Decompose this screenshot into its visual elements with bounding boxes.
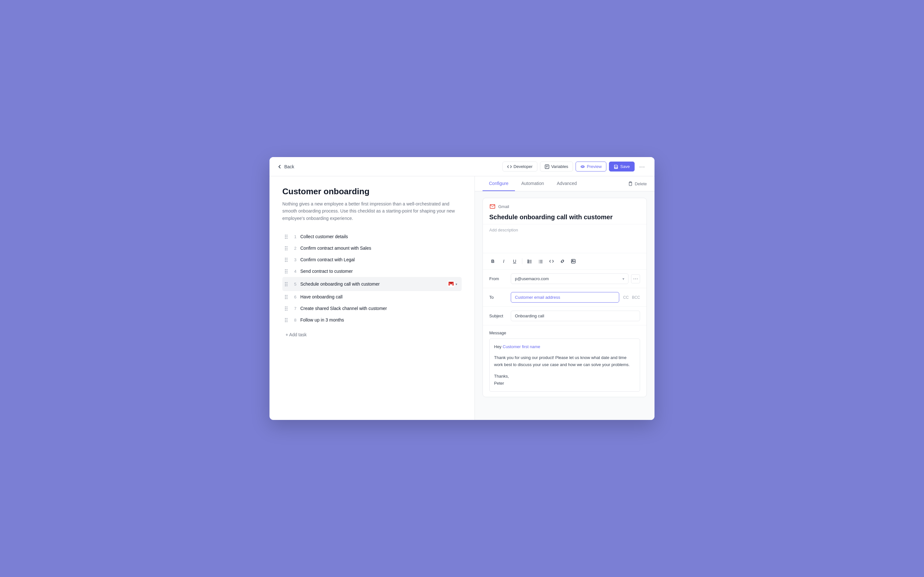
developer-button[interactable]: Developer <box>502 161 537 171</box>
from-select-value: p@usemacro.com <box>515 276 620 281</box>
task-badge-gmail[interactable]: ▾ <box>446 280 459 288</box>
variables-button[interactable]: Variables <box>540 161 573 171</box>
main-content: Customer onboarding Nothing gives a new … <box>270 176 654 420</box>
from-select-arrow-icon: ▾ <box>622 277 624 281</box>
ordered-list-icon: 1 2 3 <box>527 259 532 263</box>
bcc-button[interactable]: BCC <box>632 295 640 300</box>
tabs-bar: Configure Automation Advanced Delete <box>475 176 654 191</box>
subject-field-row: Subject Onboarding call <box>483 307 646 326</box>
more-options-button[interactable]: ⋯ <box>637 162 647 171</box>
delete-label: Delete <box>635 181 647 186</box>
message-body[interactable]: Hey Customer first name Thank you for us… <box>489 338 640 392</box>
editor-toolbar: B I U 1 2 3 <box>483 253 646 269</box>
to-label: To <box>489 295 507 300</box>
developer-icon <box>507 164 512 169</box>
task-item[interactable]: 2 Confirm contract amount with Sales <box>282 242 462 254</box>
message-label: Message <box>489 330 640 335</box>
preview-button[interactable]: Preview <box>575 161 606 171</box>
svg-rect-4 <box>615 167 617 168</box>
from-more-button[interactable]: ⋯ <box>631 274 640 284</box>
tab-configure[interactable]: Configure <box>483 176 515 191</box>
subject-label: Subject <box>489 314 507 318</box>
task-item[interactable]: 1 Collect customer details <box>282 231 462 242</box>
email-subject-display: Schedule onboarding call with customer <box>489 213 640 221</box>
top-bar-actions: Developer Variables Preview Save ⋯ <box>502 161 647 171</box>
link-icon <box>560 259 565 263</box>
delete-button[interactable]: Delete <box>628 181 647 186</box>
cc-bcc-buttons: CC BCC <box>623 295 640 300</box>
subject-input[interactable]: Onboarding call <box>511 311 640 321</box>
bold-button[interactable]: B <box>488 256 498 266</box>
link-button[interactable] <box>557 256 567 266</box>
svg-point-16 <box>539 261 540 262</box>
variables-label: Variables <box>551 164 568 169</box>
thanks-line: Thanks, <box>494 373 635 380</box>
toolbar-divider <box>522 258 522 264</box>
from-label: From <box>489 276 507 281</box>
from-select[interactable]: p@usemacro.com ▾ <box>511 274 628 284</box>
left-panel: Customer onboarding Nothing gives a new … <box>270 176 475 420</box>
svg-rect-8 <box>629 182 632 185</box>
name-line: Peter <box>494 380 635 387</box>
customer-firstname-variable[interactable]: Customer first name <box>503 344 540 349</box>
save-icon <box>614 164 618 169</box>
task-item[interactable]: 6 Have onboarding call <box>282 291 462 303</box>
preview-label: Preview <box>587 164 602 169</box>
tab-automation[interactable]: Automation <box>515 176 551 191</box>
italic-button[interactable]: I <box>499 256 509 266</box>
chevron-down-icon: ▾ <box>456 282 457 286</box>
cc-button[interactable]: CC <box>623 295 628 300</box>
svg-point-15 <box>539 260 540 261</box>
task-item-active[interactable]: 5 Schedule onboarding call with customer <box>282 277 462 291</box>
email-description[interactable]: Add description <box>483 224 646 253</box>
drag-handle <box>285 295 288 299</box>
task-list: 1 Collect customer details 2 Confirm con… <box>282 231 462 326</box>
gmail-icon <box>489 203 496 210</box>
app-window: Back Developer Variables Preview <box>270 157 654 420</box>
to-field-row: To Customer email address CC BCC <box>483 288 646 307</box>
code-icon <box>549 259 554 263</box>
variables-icon <box>545 164 549 169</box>
to-variable-tag[interactable]: Customer email address <box>515 295 560 300</box>
panel-content: Gmail Schedule onboarding call with cust… <box>475 191 654 420</box>
trash-icon <box>628 181 633 186</box>
hey-text: Hey <box>494 344 501 349</box>
image-button[interactable] <box>569 256 578 266</box>
svg-point-17 <box>539 263 540 263</box>
email-card: Gmail Schedule onboarding call with cust… <box>483 198 647 397</box>
add-task-button[interactable]: + Add task <box>282 330 310 340</box>
page-description: Nothing gives a new employee a better fi… <box>282 200 462 222</box>
code-button[interactable] <box>547 256 556 266</box>
drag-handle <box>285 246 288 250</box>
task-item[interactable]: 4 Send contract to customer <box>282 266 462 277</box>
preview-icon <box>580 164 585 169</box>
drag-handle <box>285 258 288 262</box>
gmail-header: Gmail <box>489 203 640 210</box>
message-paragraph: Thank you for using our product! Please … <box>494 354 635 368</box>
save-label: Save <box>620 164 630 169</box>
svg-point-3 <box>582 166 583 167</box>
from-field-row: From p@usemacro.com ▾ ⋯ <box>483 269 646 288</box>
back-icon <box>277 164 282 169</box>
ordered-list-button[interactable]: 1 2 3 <box>525 256 535 266</box>
svg-point-22 <box>572 260 573 261</box>
drag-handle <box>285 282 288 286</box>
from-input-wrap: p@usemacro.com ▾ ⋯ <box>511 274 640 284</box>
task-item[interactable]: 8 Follow up in 3 months <box>282 314 462 326</box>
message-area: Message Hey Customer first name Thank yo… <box>483 326 646 397</box>
tab-advanced[interactable]: Advanced <box>551 176 583 191</box>
drag-handle <box>285 318 288 322</box>
gmail-m-icon <box>448 281 454 287</box>
save-button[interactable]: Save <box>609 161 635 171</box>
task-item[interactable]: 3 Confirm contract with Legal <box>282 254 462 266</box>
task-item[interactable]: 7 Create shared Slack channel with custo… <box>282 303 462 314</box>
drag-handle <box>285 269 288 274</box>
email-card-header: Gmail Schedule onboarding call with cust… <box>483 198 646 224</box>
unordered-list-button[interactable] <box>536 256 545 266</box>
unordered-list-icon <box>538 259 543 263</box>
developer-label: Developer <box>514 164 533 169</box>
top-bar: Back Developer Variables Preview <box>270 157 654 176</box>
back-button[interactable]: Back <box>277 164 294 169</box>
underline-button: U <box>510 256 519 266</box>
to-field-wrap[interactable]: Customer email address <box>511 292 619 303</box>
